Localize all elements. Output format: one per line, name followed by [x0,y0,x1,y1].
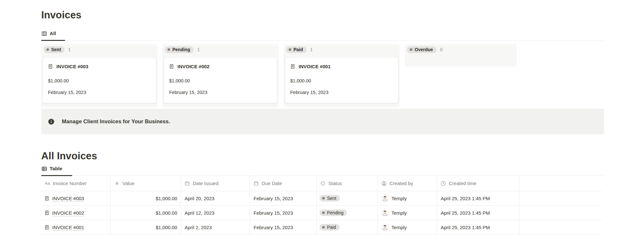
created-time-cell[interactable]: April 25, 2023 1:45 PM [437,191,519,205]
status-spinner-icon [320,181,326,186]
created-by-cell[interactable]: Temply [378,220,437,234]
column-icon-slot [184,181,190,186]
card-value: $1,000.00 [169,78,272,83]
callout-text: Manage Client Invoices for Your Business… [62,118,170,125]
status-dot-icon [322,211,325,214]
column-icon-slot [440,181,446,186]
card-date: February 15, 2023 [169,90,272,95]
invoice-card[interactable]: INVOICE #002 $1,000.00 February 15, 2023 [164,58,277,103]
invoice-number-cell[interactable]: INVOICE #003 [41,191,111,205]
column-count: 1 [68,47,71,52]
column-cards: INVOICE #001 $1,000.00 February 15, 2023 [284,58,400,103]
table-column-header[interactable]: Date Issued [181,176,250,191]
date-issued-text: April 2, 2023 [185,225,212,230]
receipt-icon [44,210,49,215]
due-date-cell[interactable]: February 15, 2023 [250,220,316,234]
column-label: Invoice Number [53,181,87,186]
due-date-text: February 15, 2023 [254,210,293,216]
tab-all[interactable]: All [41,31,56,40]
column-cards: INVOICE #002 $1,000.00 February 15, 2023 [162,58,279,103]
card-value: $1,000.00 [48,78,151,83]
status-pill-label: Paid [293,47,303,52]
created-time-cell[interactable]: April 25, 2023 1:45 PM [437,220,519,234]
invoice-number-link[interactable]: INVOICE #001 [52,225,84,230]
due-date-cell[interactable]: February 15, 2023 [250,206,316,220]
section-title: All Invoices [41,150,97,163]
created-by-cell[interactable]: Temply [378,191,437,205]
status-cell[interactable]: Pending [316,206,378,220]
calendar-icon [253,181,259,186]
table-column-header[interactable]: Status [316,176,378,191]
empty-cell [519,191,602,205]
board-column-header: Overdue 0 [405,44,517,53]
status-pill-label: Paid [327,225,336,230]
status-pill[interactable]: Overdue [407,46,437,53]
status-dot-icon [322,197,325,200]
column-icon-slot [320,181,326,186]
tab-table[interactable]: Table [41,166,62,175]
board-column: Sent 1 INVOICE #003 $1,000.00 February 1… [41,44,158,107]
value-text: $1,000.00 [156,196,177,201]
empty-cell [519,206,602,220]
column-icon-slot [381,181,387,186]
status-pill-label: Sent [51,47,61,52]
status-dot-icon [289,48,291,51]
status-pill[interactable]: Sent [43,46,64,53]
value-cell[interactable]: $1,000.00 [111,206,181,220]
date-issued-cell[interactable]: April 12, 2023 [181,206,250,220]
card-value: $1,000.00 [290,78,393,83]
card-title: INVOICE #001 [299,64,331,69]
created-time-text: April 25, 2023 1:45 PM [441,225,490,230]
status-dot-icon [168,48,170,51]
board-column: Overdue 0 [405,44,517,67]
board-column: Pending 1 INVOICE #002 $1,000.00 Februar… [162,44,279,107]
value-text: $1,000.00 [156,210,177,216]
table-column-header[interactable]: Due Date [250,176,316,191]
created-time-cell[interactable]: April 25, 2023 1:45 PM [437,206,519,220]
status-pill-label: Pending [327,210,343,215]
invoice-number-cell[interactable]: INVOICE #002 [41,206,111,220]
table-column-header[interactable]: # Value [111,176,181,191]
status-pill[interactable]: Pending [165,46,194,53]
value-cell[interactable]: $1,000.00 [111,220,181,234]
date-issued-cell[interactable]: April 2, 2023 [181,220,250,234]
table-header-row: Aa Invoice Number # Value Date Issued Du… [41,176,602,191]
invoice-card[interactable]: INVOICE #001 $1,000.00 February 15, 2023 [285,58,398,103]
receipt-icon [48,64,53,69]
due-date-text: February 15, 2023 [254,225,293,230]
column-count: 0 [440,47,443,52]
table-view-icon [42,166,47,172]
date-issued-text: April 12, 2023 [185,210,215,216]
table-column-header[interactable]: Created time [437,176,519,191]
date-issued-cell[interactable]: April 20, 2023 [181,191,250,205]
receipt-icon [44,225,49,230]
column-icon-slot [253,181,259,186]
status-pill[interactable]: Paid [286,46,307,53]
invoice-number-link[interactable]: INVOICE #003 [52,196,84,201]
board-column: Paid 1 INVOICE #001 $1,000.00 February 1… [284,44,400,107]
invoice-number-cell[interactable]: INVOICE #001 [41,220,111,234]
table-column-header[interactable]: Aa Invoice Number [41,176,111,191]
column-label: Value [122,181,134,186]
status-pill: Pending [320,210,347,216]
card-title: INVOICE #003 [56,64,88,69]
table-column-header[interactable]: Created by [378,176,437,191]
due-date-cell[interactable]: February 15, 2023 [250,191,316,205]
table-row: INVOICE #001 $1,000.00 April 2, 2023 Feb… [41,220,602,235]
status-pill-label: Sent [327,196,336,201]
created-by-cell[interactable]: Temply [378,206,437,220]
page-title: Invoices [41,9,82,22]
table-row: INVOICE #003 $1,000.00 April 20, 2023 Fe… [41,191,602,206]
status-cell[interactable]: Sent [316,191,378,205]
tab-all-label: All [50,31,56,36]
empty-cell [519,220,602,234]
board-column-header: Pending 1 [162,44,279,53]
column-label: Date Issued [193,181,218,186]
invoice-card[interactable]: INVOICE #003 $1,000.00 February 15, 2023 [43,58,156,103]
column-label: Created time [449,181,476,186]
value-cell[interactable]: $1,000.00 [111,191,181,205]
invoice-number-link[interactable]: INVOICE #002 [52,210,84,216]
callout: Manage Client Invoices for Your Business… [41,109,604,134]
column-count: 1 [310,47,313,52]
status-cell[interactable]: Paid [316,220,378,234]
